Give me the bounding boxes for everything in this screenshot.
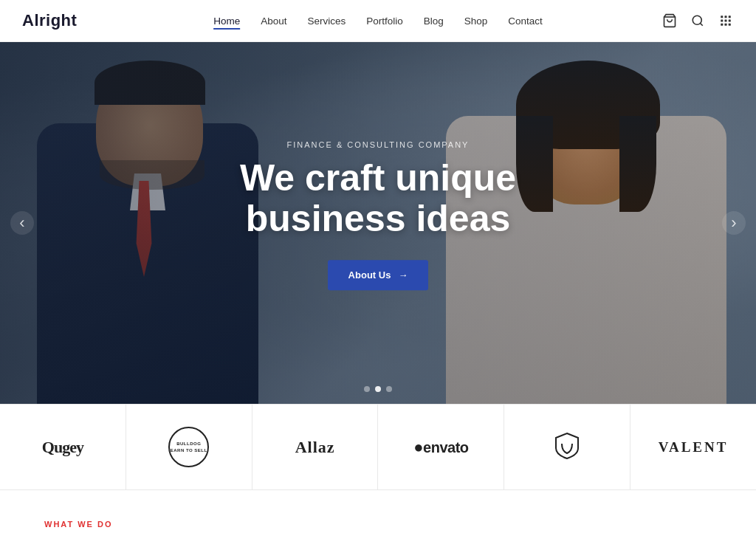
svg-rect-8 <box>729 20 731 22</box>
section-label: WHAT WE DO <box>44 520 712 529</box>
about-us-button[interactable]: About Us → <box>328 260 429 290</box>
svg-rect-7 <box>725 20 727 22</box>
brand-circle-logo: BULLDOGEARN TO SELL <box>168 427 209 467</box>
svg-line-2 <box>700 23 702 25</box>
svg-rect-9 <box>721 24 723 26</box>
brand-valent-logo: VALENT <box>659 439 729 456</box>
hero-dot-2[interactable] <box>375 386 381 392</box>
hero-content: Finance & Consulting Company We craft un… <box>193 140 563 290</box>
brand-qugey-logo: Qugey <box>42 438 83 457</box>
bottom-section: WHAT WE DO <box>0 490 756 543</box>
hero-dot-3[interactable] <box>386 386 392 392</box>
grid-icon[interactable] <box>718 13 734 29</box>
brand-allaz[interactable]: Allaz <box>252 405 379 489</box>
hero-next-button[interactable]: › <box>722 211 746 235</box>
svg-rect-4 <box>725 16 727 18</box>
hero-section: Finance & Consulting Company We craft un… <box>0 42 756 404</box>
nav-item-blog[interactable]: Blog <box>424 14 444 27</box>
header-icons-group <box>662 13 734 29</box>
hero-title: We craft unique business ideas <box>193 158 563 239</box>
brand-shield[interactable] <box>504 405 630 489</box>
svg-rect-5 <box>729 16 731 18</box>
site-logo[interactable]: Alright <box>22 11 77 30</box>
brands-section: Qugey BULLDOGEARN TO SELL Allaz ●envato … <box>0 404 756 490</box>
search-icon[interactable] <box>690 13 706 29</box>
brand-shield-logo <box>551 430 583 464</box>
brand-circle[interactable]: BULLDOGEARN TO SELL <box>126 405 252 489</box>
svg-rect-11 <box>729 24 731 26</box>
nav-item-portfolio[interactable]: Portfolio <box>366 14 403 27</box>
svg-rect-6 <box>721 20 723 22</box>
arrow-right-icon: → <box>398 269 408 281</box>
main-nav: Home About Services Portfolio Blog Shop … <box>213 14 543 27</box>
brand-envato-logo: ●envato <box>413 438 468 457</box>
brand-valent[interactable]: VALENT <box>630 405 756 489</box>
hero-dots <box>364 386 392 392</box>
hero-dot-1[interactable] <box>364 386 370 392</box>
nav-item-home[interactable]: Home <box>213 14 240 27</box>
nav-item-shop[interactable]: Shop <box>464 14 488 27</box>
svg-point-1 <box>693 16 701 24</box>
brand-allaz-logo: Allaz <box>295 438 335 457</box>
brand-envato[interactable]: ●envato <box>378 405 504 489</box>
nav-item-services[interactable]: Services <box>307 14 346 27</box>
header: Alright Home About Services Portfolio Bl… <box>0 0 756 42</box>
nav-item-contact[interactable]: Contact <box>508 14 543 27</box>
nav-item-about[interactable]: About <box>261 14 286 27</box>
cart-icon[interactable] <box>662 13 678 29</box>
brand-qugey[interactable]: Qugey <box>0 405 126 489</box>
svg-rect-10 <box>725 24 727 26</box>
hero-prev-button[interactable]: ‹ <box>10 211 34 235</box>
svg-rect-3 <box>721 16 723 18</box>
hero-subtitle: Finance & Consulting Company <box>193 140 563 149</box>
